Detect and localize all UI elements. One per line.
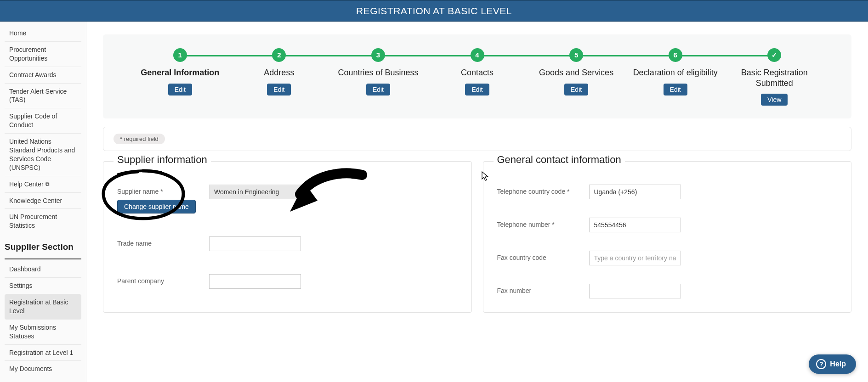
required-field-note: * required field: [113, 134, 165, 144]
tel-country-code-label: Telephone country code *: [497, 185, 580, 195]
step-view-button[interactable]: View: [761, 94, 788, 106]
fax-country-code-input[interactable]: [589, 251, 681, 265]
nav-un-procurement-statistics[interactable]: UN Procurement Statistics: [5, 209, 81, 234]
main-nav: Home Procurement Opportunities Contract …: [0, 25, 86, 234]
supplier-name-readonly: Women in Engineering: [209, 185, 301, 199]
step-bubble: 2: [272, 48, 286, 62]
trade-name-input[interactable]: [209, 236, 301, 251]
help-icon: ?: [816, 359, 826, 369]
help-label: Help: [830, 360, 846, 368]
trade-name-field: Trade name: [117, 236, 458, 251]
stepper-card: 1 General Information Edit 2 Address Edi…: [103, 34, 851, 118]
page-header: REGISTRATION AT BASIC LEVEL: [0, 0, 868, 22]
tel-number-label: Telephone number *: [497, 218, 580, 228]
fax-number-field: Fax number: [497, 284, 838, 298]
nav-my-submissions-statuses[interactable]: My Submissions Statuses: [5, 320, 81, 345]
step-label: Address: [230, 67, 329, 78]
step-label: Countries of Business: [329, 67, 428, 78]
nav-home[interactable]: Home: [5, 25, 81, 42]
step-connector: [378, 55, 477, 56]
step-bubble: 5: [569, 48, 583, 62]
parent-company-label: Parent company: [117, 274, 200, 285]
step-connector: [477, 55, 577, 56]
step-bubble: 4: [471, 48, 484, 62]
change-supplier-name-button[interactable]: Change supplier name: [117, 200, 196, 213]
tel-number-field: Telephone number *: [497, 218, 838, 232]
nav-tender-alert-service[interactable]: Tender Alert Service (TAS): [5, 84, 81, 109]
step-bubble: 6: [669, 48, 682, 62]
nav-my-documents[interactable]: My Documents: [5, 361, 81, 377]
step-connector: [675, 55, 775, 56]
step-label: Contacts: [428, 67, 527, 78]
step-edit-button[interactable]: Edit: [664, 84, 687, 96]
step-label: Basic Registration Submitted: [725, 67, 824, 88]
trade-name-label: Trade name: [117, 236, 200, 247]
nav-help-center[interactable]: Help Center⧉: [5, 176, 81, 193]
step-bubble: 1: [173, 48, 187, 62]
nav-procurement-opportunities[interactable]: Procurement Opportunities: [5, 42, 81, 67]
step-basic-registration-submitted: ✓ Basic Registration Submitted View: [725, 48, 824, 106]
step-edit-button[interactable]: Edit: [267, 84, 291, 96]
supplier-information-fieldset: Supplier information Supplier name * Cha…: [103, 161, 472, 313]
step-edit-button[interactable]: Edit: [465, 84, 489, 96]
contact-information-fieldset: General contact information Telephone co…: [483, 161, 852, 313]
step-edit-button[interactable]: Edit: [564, 84, 588, 96]
step-connector: [180, 55, 279, 56]
fax-country-code-label: Fax country code: [497, 251, 580, 261]
nav-unspsc[interactable]: United Nations Standard Products and Ser…: [5, 134, 81, 176]
tel-number-input[interactable]: [589, 218, 681, 232]
nav-dashboard[interactable]: Dashboard: [5, 261, 81, 278]
nav-registration-basic[interactable]: Registration at Basic Level: [5, 294, 81, 320]
step-connector: [576, 55, 675, 56]
step-label: General Information: [130, 67, 230, 78]
fax-number-input[interactable]: [589, 284, 681, 298]
nav-knowledge-center[interactable]: Knowledge Center: [5, 193, 81, 209]
step-general-information: 1 General Information Edit: [130, 48, 230, 96]
sidebar-section-title: Supplier Section: [0, 234, 86, 257]
parent-company-input[interactable]: [209, 274, 301, 289]
nav-settings[interactable]: Settings: [5, 278, 81, 294]
external-link-icon: ⧉: [45, 180, 50, 188]
tel-country-code-input[interactable]: [589, 185, 681, 199]
sidebar: Home Procurement Opportunities Contract …: [0, 22, 86, 382]
fax-number-label: Fax number: [497, 284, 580, 294]
nav-registration-level-1[interactable]: Registration at Level 1: [5, 345, 81, 361]
required-note-card: * required field: [103, 127, 851, 151]
step-edit-button[interactable]: Edit: [366, 84, 390, 96]
step-edit-button[interactable]: Edit: [168, 84, 192, 96]
help-widget-button[interactable]: ? Help: [809, 354, 856, 374]
step-connector: [279, 55, 378, 56]
supplier-name-value-wrap: Women in Engineering: [209, 185, 301, 199]
supplier-information-legend: Supplier information: [113, 154, 211, 166]
main-content: 1 General Information Edit 2 Address Edi…: [86, 22, 868, 382]
stepper: 1 General Information Edit 2 Address Edi…: [130, 48, 824, 106]
sidebar-divider: [5, 258, 81, 259]
tel-country-code-field: Telephone country code *: [497, 185, 838, 199]
page-title: REGISTRATION AT BASIC LEVEL: [356, 6, 512, 16]
step-bubble-check: ✓: [767, 48, 781, 62]
nav-contract-awards[interactable]: Contract Awards: [5, 67, 81, 84]
step-label: Declaration of eligibility: [626, 67, 725, 78]
step-bubble: 3: [371, 48, 385, 62]
step-label: Goods and Services: [527, 67, 626, 78]
nav-supplier-code-of-conduct[interactable]: Supplier Code of Conduct: [5, 108, 81, 134]
contact-information-legend: General contact information: [494, 154, 625, 166]
supplier-name-field: Supplier name * Change supplier name Wom…: [117, 185, 458, 213]
supplier-name-label: Supplier name * Change supplier name: [117, 185, 200, 213]
parent-company-field: Parent company: [117, 274, 458, 289]
supplier-nav: Dashboard Settings Registration at Basic…: [0, 261, 86, 377]
fax-country-code-field: Fax country code: [497, 251, 838, 265]
